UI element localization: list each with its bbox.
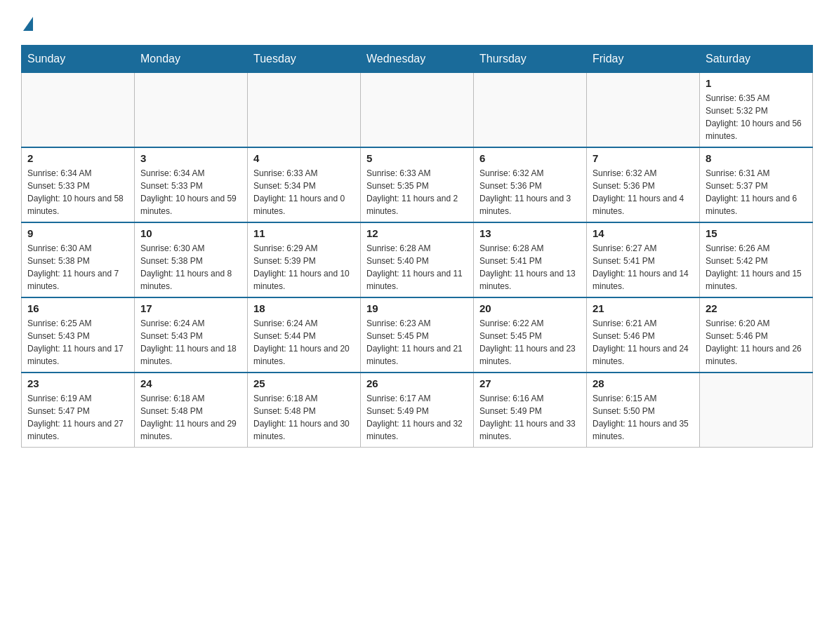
calendar-cell bbox=[361, 73, 474, 148]
day-info-text: Sunset: 5:37 PM bbox=[706, 180, 807, 192]
calendar-cell: 15Sunrise: 6:26 AMSunset: 5:42 PMDayligh… bbox=[700, 222, 813, 297]
page-header bbox=[21, 14, 813, 31]
day-info-text: Daylight: 11 hours and 18 minutes. bbox=[140, 342, 241, 368]
day-info-text: Sunset: 5:41 PM bbox=[593, 255, 694, 267]
day-info-text: Sunset: 5:36 PM bbox=[593, 180, 694, 192]
calendar-cell: 10Sunrise: 6:30 AMSunset: 5:38 PMDayligh… bbox=[135, 222, 248, 297]
day-number: 2 bbox=[27, 152, 128, 164]
day-info-text: Sunrise: 6:32 AM bbox=[479, 167, 581, 180]
day-info-text: Daylight: 11 hours and 4 minutes. bbox=[593, 192, 694, 217]
day-number: 19 bbox=[366, 302, 468, 314]
day-number: 7 bbox=[593, 152, 694, 164]
calendar-cell: 5Sunrise: 6:33 AMSunset: 5:35 PMDaylight… bbox=[361, 147, 474, 222]
day-of-week-header: Monday bbox=[135, 46, 248, 73]
day-info-text: Sunrise: 6:24 AM bbox=[140, 317, 241, 330]
day-number: 10 bbox=[140, 227, 241, 239]
day-info-text: Daylight: 11 hours and 6 minutes. bbox=[706, 192, 807, 217]
calendar-week-row: 2Sunrise: 6:34 AMSunset: 5:33 PMDaylight… bbox=[22, 147, 813, 222]
day-number: 20 bbox=[479, 302, 581, 314]
day-info-text: Sunset: 5:40 PM bbox=[366, 255, 468, 267]
day-number: 8 bbox=[706, 152, 807, 164]
day-info-text: Daylight: 11 hours and 35 minutes. bbox=[593, 417, 694, 443]
day-info-text: Daylight: 11 hours and 30 minutes. bbox=[253, 417, 355, 443]
day-info-text: Sunrise: 6:28 AM bbox=[479, 242, 581, 255]
day-info-text: Daylight: 11 hours and 27 minutes. bbox=[27, 417, 128, 443]
calendar-cell: 27Sunrise: 6:16 AMSunset: 5:49 PMDayligh… bbox=[474, 373, 587, 448]
calendar-cell bbox=[474, 73, 587, 148]
calendar-cell: 9Sunrise: 6:30 AMSunset: 5:38 PMDaylight… bbox=[22, 222, 135, 297]
day-info-text: Sunset: 5:36 PM bbox=[479, 180, 581, 192]
day-info-text: Daylight: 11 hours and 20 minutes. bbox=[253, 342, 355, 368]
day-info-text: Sunrise: 6:17 AM bbox=[366, 392, 468, 405]
day-number: 13 bbox=[479, 227, 581, 239]
day-number: 17 bbox=[140, 302, 241, 314]
day-info-text: Sunrise: 6:15 AM bbox=[593, 392, 694, 405]
day-number: 14 bbox=[593, 227, 694, 239]
day-info-text: Daylight: 11 hours and 11 minutes. bbox=[366, 267, 468, 293]
calendar-cell: 24Sunrise: 6:18 AMSunset: 5:48 PMDayligh… bbox=[135, 373, 248, 448]
day-info-text: Sunrise: 6:29 AM bbox=[253, 242, 355, 255]
day-number: 6 bbox=[479, 152, 581, 164]
calendar-cell: 2Sunrise: 6:34 AMSunset: 5:33 PMDaylight… bbox=[22, 147, 135, 222]
calendar-cell: 13Sunrise: 6:28 AMSunset: 5:41 PMDayligh… bbox=[474, 222, 587, 297]
calendar-week-row: 23Sunrise: 6:19 AMSunset: 5:47 PMDayligh… bbox=[22, 373, 813, 448]
calendar-week-row: 9Sunrise: 6:30 AMSunset: 5:38 PMDaylight… bbox=[22, 222, 813, 297]
calendar-cell: 3Sunrise: 6:34 AMSunset: 5:33 PMDaylight… bbox=[135, 147, 248, 222]
day-info-text: Sunset: 5:43 PM bbox=[27, 330, 128, 342]
calendar-cell: 11Sunrise: 6:29 AMSunset: 5:39 PMDayligh… bbox=[248, 222, 361, 297]
day-of-week-header: Friday bbox=[587, 46, 700, 73]
day-info-text: Sunrise: 6:30 AM bbox=[27, 242, 128, 255]
day-info-text: Sunrise: 6:18 AM bbox=[253, 392, 355, 405]
day-info-text: Sunset: 5:33 PM bbox=[27, 180, 128, 192]
day-info-text: Sunset: 5:33 PM bbox=[140, 180, 241, 192]
day-info-text: Sunset: 5:45 PM bbox=[479, 330, 581, 342]
day-info-text: Sunset: 5:47 PM bbox=[27, 405, 128, 417]
day-number: 23 bbox=[27, 377, 128, 389]
day-info-text: Sunrise: 6:34 AM bbox=[27, 167, 128, 180]
day-info-text: Daylight: 11 hours and 17 minutes. bbox=[27, 342, 128, 368]
day-info-text: Sunset: 5:34 PM bbox=[253, 180, 355, 192]
day-info-text: Daylight: 11 hours and 0 minutes. bbox=[253, 192, 355, 217]
day-number: 16 bbox=[27, 302, 128, 314]
day-info-text: Sunrise: 6:16 AM bbox=[479, 392, 581, 405]
calendar-cell: 28Sunrise: 6:15 AMSunset: 5:50 PMDayligh… bbox=[587, 373, 700, 448]
calendar-cell: 1Sunrise: 6:35 AMSunset: 5:32 PMDaylight… bbox=[700, 73, 813, 148]
day-info-text: Sunset: 5:32 PM bbox=[706, 105, 807, 117]
calendar-cell: 7Sunrise: 6:32 AMSunset: 5:36 PMDaylight… bbox=[587, 147, 700, 222]
day-info-text: Daylight: 11 hours and 10 minutes. bbox=[253, 267, 355, 293]
day-info-text: Sunrise: 6:33 AM bbox=[366, 167, 468, 180]
day-info-text: Sunrise: 6:30 AM bbox=[140, 242, 241, 255]
day-of-week-header: Thursday bbox=[474, 46, 587, 73]
day-info-text: Sunset: 5:43 PM bbox=[140, 330, 241, 342]
day-number: 21 bbox=[593, 302, 694, 314]
day-of-week-header: Saturday bbox=[700, 46, 813, 73]
day-info-text: Daylight: 11 hours and 8 minutes. bbox=[140, 267, 241, 293]
day-info-text: Daylight: 11 hours and 21 minutes. bbox=[366, 342, 468, 368]
day-info-text: Sunrise: 6:34 AM bbox=[140, 167, 241, 180]
day-info-text: Sunrise: 6:32 AM bbox=[593, 167, 694, 180]
day-number: 3 bbox=[140, 152, 241, 164]
day-number: 18 bbox=[253, 302, 355, 314]
calendar-cell: 6Sunrise: 6:32 AMSunset: 5:36 PMDaylight… bbox=[474, 147, 587, 222]
day-info-text: Sunset: 5:38 PM bbox=[27, 255, 128, 267]
day-info-text: Sunrise: 6:28 AM bbox=[366, 242, 468, 255]
day-info-text: Daylight: 11 hours and 29 minutes. bbox=[140, 417, 241, 443]
day-info-text: Sunset: 5:45 PM bbox=[366, 330, 468, 342]
day-info-text: Sunrise: 6:26 AM bbox=[706, 242, 807, 255]
day-number: 5 bbox=[366, 152, 468, 164]
day-info-text: Daylight: 10 hours and 59 minutes. bbox=[140, 192, 241, 217]
logo bbox=[21, 14, 33, 31]
calendar-cell: 8Sunrise: 6:31 AMSunset: 5:37 PMDaylight… bbox=[700, 147, 813, 222]
day-info-text: Daylight: 11 hours and 23 minutes. bbox=[479, 342, 581, 368]
day-info-text: Daylight: 11 hours and 7 minutes. bbox=[27, 267, 128, 293]
day-info-text: Sunset: 5:46 PM bbox=[706, 330, 807, 342]
calendar-cell: 12Sunrise: 6:28 AMSunset: 5:40 PMDayligh… bbox=[361, 222, 474, 297]
day-info-text: Sunrise: 6:25 AM bbox=[27, 317, 128, 330]
calendar-cell bbox=[135, 73, 248, 148]
day-number: 9 bbox=[27, 227, 128, 239]
calendar-cell: 26Sunrise: 6:17 AMSunset: 5:49 PMDayligh… bbox=[361, 373, 474, 448]
day-info-text: Sunrise: 6:21 AM bbox=[593, 317, 694, 330]
day-info-text: Sunrise: 6:20 AM bbox=[706, 317, 807, 330]
day-info-text: Daylight: 11 hours and 24 minutes. bbox=[593, 342, 694, 368]
calendar-cell: 4Sunrise: 6:33 AMSunset: 5:34 PMDaylight… bbox=[248, 147, 361, 222]
